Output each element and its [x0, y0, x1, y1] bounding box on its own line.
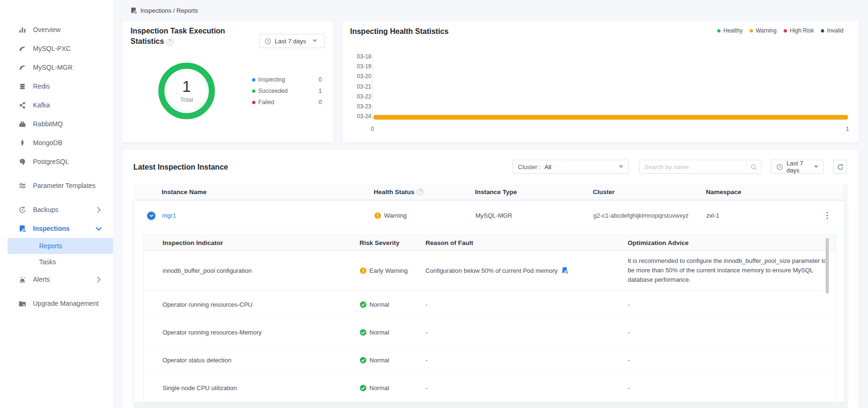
legend-item-succeeded[interactable]: Succeeded 1: [252, 85, 322, 97]
sidebar-item-alerts[interactable]: Alerts: [0, 270, 113, 289]
backup-restore-icon: [18, 205, 26, 214]
legend-item-high-risk[interactable]: High Risk: [784, 27, 814, 34]
sidebar: Overview MySQL-PXC MySQL-MGR Redis Kafka…: [0, 0, 113, 408]
task-execution-card: Inspection Task Execution Statistics? La…: [122, 21, 333, 142]
col-risk-severity: Risk Severity: [360, 239, 426, 246]
advice-cell: -: [628, 301, 836, 308]
sidebar-item-mysql-mgr[interactable]: MySQL-MGR: [0, 58, 113, 77]
col-reason-of-fault: Reason of Fault: [426, 239, 628, 246]
sidebar-item-backups[interactable]: Backups: [0, 200, 113, 219]
legend-dot: [784, 29, 787, 33]
sidebar-item-reports[interactable]: Reports: [8, 238, 113, 254]
legend-dot: [252, 78, 255, 82]
x-tick-max: 1: [846, 126, 849, 132]
legend-item-failed[interactable]: Failed 0: [252, 97, 322, 108]
health-statistics-card: Inspecting Health Statistics Healthy War…: [343, 21, 859, 142]
severity-cell: Early Warning: [360, 267, 426, 274]
sidebar-item-inspections[interactable]: Inspections: [0, 219, 113, 238]
instances-table: Instance Name Health Status? Instance Ty…: [133, 184, 848, 405]
check-circle-icon: [360, 384, 367, 392]
col-instance-type: Instance Type: [475, 188, 593, 196]
legend-item-invalid[interactable]: Invalid: [821, 27, 843, 34]
x-tick-min: 0: [371, 126, 374, 132]
severity-cell: Normal: [360, 357, 426, 364]
sidebar-item-mysql-pxc[interactable]: MySQL-PXC: [0, 39, 113, 58]
inspection-report-icon: [18, 224, 26, 233]
folder-gear-icon: [18, 299, 26, 308]
legend-dot: [717, 29, 721, 33]
chevron-right-icon: [95, 206, 103, 214]
col-health-status: Health Status?: [374, 188, 475, 196]
sidebar-item-rabbitmq[interactable]: RabbitMQ: [0, 114, 113, 133]
subtable-row: Operator running resources-CPU Normal - …: [144, 291, 835, 318]
health-legend: Healthy Warning High Risk Invalid: [717, 27, 843, 34]
subtable-row: innodb_buffer_pool configuration Early W…: [144, 251, 835, 291]
next-row-strip: [133, 402, 848, 408]
breadcrumb[interactable]: Inspections / Reports: [130, 5, 198, 16]
task-total-donut: 1 Total: [158, 63, 215, 119]
sidebar-item-parameter-templates[interactable]: Parameter Templates: [0, 171, 113, 200]
advice-cell: It is recommended to configure the innod…: [628, 251, 836, 290]
legend-dot: [252, 101, 255, 104]
fault-cell: Configuration below 50% of current Pod m…: [426, 267, 628, 274]
latest-inspection-card: Latest Inspection Instance Cluster : All…: [122, 150, 859, 408]
donut-legend: Inspecting 0 Succeeded 1 Failed 0: [252, 74, 322, 108]
sidebar-item-redis[interactable]: Redis: [0, 77, 113, 96]
indicator-cell: innodb_buffer_pool configuration: [144, 267, 360, 274]
y-axis-line: [372, 52, 373, 122]
legend-dot: [252, 90, 255, 93]
collapse-row-icon[interactable]: [147, 212, 156, 220]
fault-cell: -: [426, 329, 628, 336]
date-range-select[interactable]: Last 7 days: [771, 160, 824, 174]
table-scrollbar-track[interactable]: [843, 184, 848, 402]
warning-icon: [374, 212, 381, 219]
row-actions-menu[interactable]: [825, 210, 830, 221]
table-header: Instance Name Health Status? Instance Ty…: [133, 184, 848, 200]
dolphin-icon: [18, 63, 26, 72]
cluster-cell: g2-c1-abcdefghijklmnopqrstuvwxyz: [593, 212, 706, 219]
refresh-button[interactable]: [833, 160, 847, 174]
subtable-scrollbar[interactable]: [826, 238, 829, 294]
check-circle-icon: [360, 301, 367, 308]
subtable-row: Operator running resources-Memory Normal…: [144, 318, 835, 346]
sidebar-item-kafka[interactable]: Kafka: [0, 96, 113, 114]
subtable-header: Inspection Indicator Risk Severity Reaso…: [144, 235, 835, 251]
sidebar-item-upgrade-management[interactable]: Upgrade Management: [0, 289, 113, 318]
sidebar-item-postgresql[interactable]: PostgreSQL: [0, 152, 113, 171]
caret-down-icon: [814, 165, 819, 168]
help-icon[interactable]: ?: [166, 39, 173, 46]
severity-cell: Normal: [360, 329, 426, 336]
indicator-cell: Operator running resources-Memory: [144, 329, 360, 336]
parameter-sliders-icon: [18, 181, 26, 190]
severity-cell: Normal: [360, 301, 426, 308]
date-range-select[interactable]: Last 7 days: [259, 34, 325, 48]
chevron-down-icon: [95, 225, 103, 233]
sidebar-item-overview[interactable]: Overview: [0, 20, 113, 39]
sidebar-item-mongodb[interactable]: MongoDB: [0, 133, 113, 152]
redis-stack-icon: [18, 82, 26, 90]
legend-item-inspecting[interactable]: Inspecting 0: [252, 74, 322, 85]
caret-down-icon: [619, 165, 623, 168]
view-report-icon[interactable]: [561, 267, 569, 274]
indicator-cell: Single node CPU utilization: [144, 384, 360, 392]
legend-item-warning[interactable]: Warning: [750, 27, 777, 34]
help-icon[interactable]: ?: [417, 188, 424, 196]
legend-item-healthy[interactable]: Healthy: [717, 27, 743, 34]
dolphin-icon: [18, 44, 26, 53]
inspection-report-icon: [130, 7, 137, 14]
fault-cell: -: [426, 384, 628, 392]
check-circle-icon: [360, 329, 367, 336]
instance-name-link[interactable]: mgr1: [162, 212, 374, 219]
col-optimization-advice: Optimization Advice: [628, 239, 836, 246]
leaf-icon: [18, 139, 26, 147]
warning-icon: [360, 267, 367, 274]
axis-tick: [370, 57, 372, 57]
search-icon[interactable]: [746, 163, 761, 171]
rabbitmq-icon: [18, 120, 26, 128]
sidebar-item-tasks[interactable]: Tasks: [8, 254, 113, 270]
severity-cell: Normal: [360, 384, 426, 392]
instance-row[interactable]: mgr1 Warning MySQL-MGR g2-c1-abcdefghijk…: [134, 201, 847, 231]
check-circle-icon: [360, 357, 367, 364]
search-input[interactable]: [639, 163, 746, 171]
cluster-filter-select[interactable]: Cluster : All: [513, 160, 629, 174]
